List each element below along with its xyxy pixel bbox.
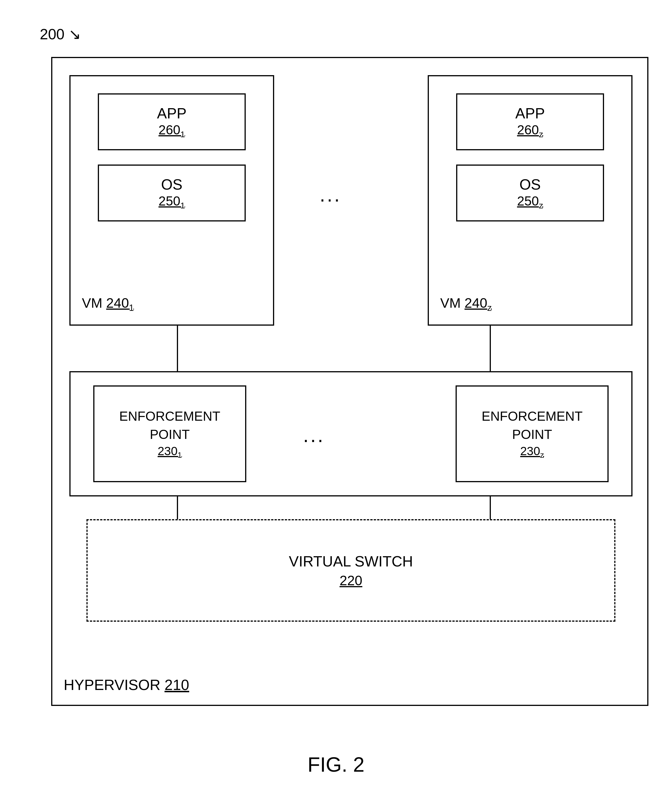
enforcementz-title-line1: ENFORCEMENT <box>482 408 582 425</box>
enforcement1-box: ENFORCEMENT POINT 2301 <box>93 385 246 482</box>
osz-box: OS 250z <box>456 165 604 221</box>
enforcementz-box: ENFORCEMENT POINT 230z <box>456 385 609 482</box>
fig-200-arrow: ↘ <box>69 26 81 42</box>
diagram-container: 200 ↘ APP 2601 OS 2501 VM <box>23 17 648 772</box>
vm-ellipsis: ... <box>320 183 341 206</box>
enforcementz-ref: 230z <box>520 444 544 460</box>
figure-200-label: 200 ↘ <box>40 26 81 43</box>
enforcement1-title-line2: POINT <box>150 426 190 443</box>
os1-ref: 2501 <box>158 193 185 210</box>
app1-title: APP <box>157 104 187 122</box>
vswitch-box: VIRTUAL SWITCH 220 <box>86 519 615 622</box>
hypervisor-ref: 210 <box>164 677 189 693</box>
vm-row: APP 2601 OS 2501 VM 2401 ... <box>69 75 632 331</box>
vmz-ref: 240z <box>464 295 492 311</box>
appz-ref: 260z <box>517 122 543 139</box>
vmz-label: VM 240z <box>440 295 492 313</box>
appz-box: APP 260z <box>456 93 604 150</box>
osz-ref: 250z <box>517 193 543 210</box>
enforcement-row: ENFORCEMENT POINT 2301 ... ENFORCEMENT P… <box>69 371 632 496</box>
hypervisor-box: APP 2601 OS 2501 VM 2401 ... <box>51 57 648 706</box>
vm1-label: VM 2401 <box>82 295 134 313</box>
enf-ellipsis: ... <box>303 424 325 447</box>
os1-title: OS <box>161 176 182 193</box>
vm1-ref: 2401 <box>106 295 134 311</box>
enforcement1-ref: 2301 <box>158 444 182 460</box>
hypervisor-label: HYPERVISOR 210 <box>64 676 189 693</box>
vmz-box: APP 260z OS 250z VM 240z <box>428 75 632 326</box>
fig-caption: FIG. 2 <box>307 753 364 776</box>
enforcementz-title-line2: POINT <box>512 426 552 443</box>
vm1-box: APP 2601 OS 2501 VM 2401 <box>69 75 274 326</box>
fig-200-number: 200 <box>40 26 64 42</box>
enforcement1-title-line1: ENFORCEMENT <box>119 408 220 425</box>
app1-ref: 2601 <box>158 122 185 139</box>
appz-title: APP <box>515 104 545 122</box>
vswitch-title: VIRTUAL SWITCH <box>289 553 413 570</box>
osz-title: OS <box>519 176 541 193</box>
os1-box: OS 2501 <box>98 165 246 221</box>
app1-box: APP 2601 <box>98 93 246 150</box>
vswitch-ref: 220 <box>339 573 362 588</box>
